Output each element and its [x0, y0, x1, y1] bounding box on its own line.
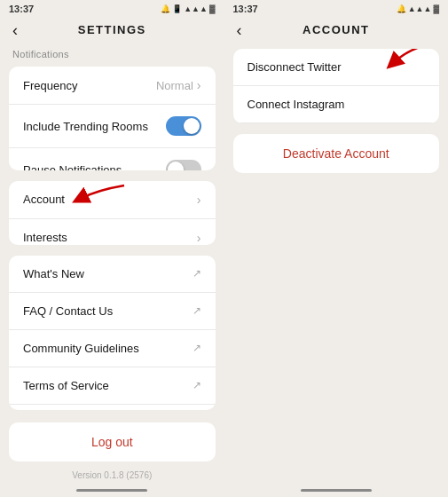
account-header: ‹ ACCOUNT [224, 18, 449, 42]
privacy-row[interactable]: Privacy Policy ↗ [9, 405, 216, 411]
pause-notifications-toggle-knob [168, 162, 184, 170]
terms-row[interactable]: Terms of Service ↗ [9, 367, 216, 405]
faq-ext-icon: ↗ [193, 304, 201, 317]
signal-icon-right: ▲▲▲ [408, 4, 432, 13]
community-guidelines-row[interactable]: Community Guidelines ↗ [9, 330, 216, 367]
notification-icon-right: 🔔 [397, 4, 406, 13]
version-text: Version 0.1.8 (2576) [0, 465, 224, 485]
home-indicator-left [76, 489, 147, 492]
terms-label: Terms of Service [23, 379, 109, 392]
connect-instagram-row[interactable]: Connect Instagram [233, 86, 440, 123]
settings-screen: 13:37 🔔 📱 ▲▲▲ ▓ ‹ SETTINGS Notifications… [0, 0, 224, 497]
status-icons-right: 🔔 ▲▲▲ ▓ [397, 4, 439, 13]
status-bar-right: 13:37 🔔 ▲▲▲ ▓ [224, 0, 449, 18]
whats-new-label: What's New [23, 267, 84, 280]
frequency-chevron-icon: › [197, 78, 201, 92]
account-interests-card-group: Account › Interests › [9, 181, 216, 245]
account-title: ACCOUNT [303, 23, 370, 36]
account-label: Account [23, 193, 65, 206]
notification-icon: 🔔 [161, 4, 170, 13]
phone-icon: 📱 [172, 4, 182, 13]
trending-rooms-label: Include Trending Rooms [23, 120, 148, 133]
faq-label: FAQ / Contact Us [23, 304, 113, 318]
pause-notifications-row[interactable]: Pause Notifications [9, 148, 216, 170]
signal-icon: ▲▲▲ [184, 4, 208, 13]
frequency-right: Normal › [156, 78, 201, 92]
whats-new-ext-icon: ↗ [193, 267, 201, 280]
account-screen: 13:37 🔔 ▲▲▲ ▓ ‹ ACCOUNT Disconnect Twitt… [224, 0, 449, 497]
status-icons-left: 🔔 📱 ▲▲▲ ▓ [161, 4, 215, 13]
whats-new-row[interactable]: What's New ↗ [9, 256, 216, 293]
back-button-left[interactable]: ‹ [12, 22, 18, 38]
deactivate-account-button[interactable]: Deactivate Account [233, 134, 440, 173]
account-row[interactable]: Account › [9, 181, 216, 219]
logout-card: Log out [9, 422, 216, 462]
settings-title: SETTINGS [78, 23, 146, 36]
community-guidelines-ext-icon: ↗ [193, 342, 201, 354]
settings-header: ‹ SETTINGS [0, 18, 224, 42]
status-bar-left: 13:37 🔔 📱 ▲▲▲ ▓ [0, 0, 224, 18]
notifications-section-label: Notifications [0, 42, 224, 63]
frequency-value: Normal [156, 79, 193, 92]
social-card-group: Disconnect Twitter Connect Instagram [233, 49, 440, 123]
back-button-right[interactable]: ‹ [237, 22, 242, 38]
interests-chevron-icon: › [197, 231, 201, 245]
pause-notifications-toggle[interactable] [166, 160, 201, 170]
logout-button[interactable]: Log out [9, 422, 216, 462]
notifications-card-group: Frequency Normal › Include Trending Room… [9, 67, 216, 170]
trending-rooms-toggle[interactable] [166, 116, 201, 136]
trending-rooms-toggle-knob [184, 118, 200, 134]
pause-notifications-label: Pause Notifications [23, 163, 122, 170]
interests-row[interactable]: Interests › [9, 219, 216, 245]
faq-row[interactable]: FAQ / Contact Us ↗ [9, 293, 216, 330]
community-guidelines-label: Community Guidelines [23, 342, 139, 355]
time-left: 13:37 [9, 4, 34, 14]
battery-icon: ▓ [209, 4, 216, 13]
time-right: 13:37 [233, 4, 258, 14]
frequency-label: Frequency [23, 79, 77, 92]
connect-instagram-label: Connect Instagram [248, 98, 345, 111]
frequency-row[interactable]: Frequency Normal › [9, 67, 216, 105]
info-card-group: What's New ↗ FAQ / Contact Us ↗ Communit… [9, 256, 216, 411]
account-chevron-icon: › [197, 193, 201, 207]
deactivate-card: Deactivate Account [233, 134, 440, 173]
battery-icon-right: ▓ [433, 4, 439, 13]
trending-rooms-row[interactable]: Include Trending Rooms [9, 105, 216, 148]
interests-label: Interests [23, 231, 67, 244]
disconnect-twitter-row[interactable]: Disconnect Twitter [233, 49, 440, 86]
terms-ext-icon: ↗ [193, 379, 201, 391]
disconnect-twitter-label: Disconnect Twitter [248, 60, 342, 74]
home-indicator-right [301, 489, 372, 492]
